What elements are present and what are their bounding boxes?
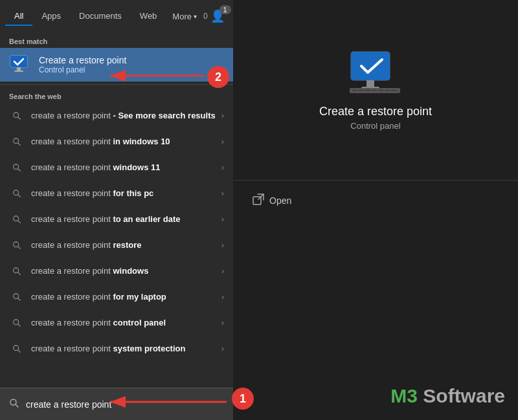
svg-point-24 xyxy=(10,399,16,405)
chevron-down-icon: ▾ xyxy=(194,13,197,20)
app-icon-large xyxy=(350,49,401,94)
web-item-text: create a restore point to an earlier dat… xyxy=(31,214,218,225)
svg-point-12 xyxy=(14,216,19,221)
best-match-label: Best match xyxy=(0,32,233,48)
svg-line-7 xyxy=(18,143,20,145)
web-item[interactable]: create a restore point for my laptop› xyxy=(0,284,233,310)
search-icon-wrap xyxy=(9,315,25,331)
app-detail-subtitle: Control panel xyxy=(350,121,400,131)
svg-point-4 xyxy=(14,113,19,118)
tab-web[interactable]: Web xyxy=(131,7,166,26)
search-icon-wrap xyxy=(9,238,25,253)
chevron-right-icon: › xyxy=(221,293,224,302)
web-item[interactable]: create a restore point control panel› xyxy=(0,310,233,336)
search-glyph-icon xyxy=(12,163,21,172)
web-item-text: create a restore point for this pc xyxy=(31,188,218,199)
web-item[interactable]: create a restore point to an earlier dat… xyxy=(0,206,233,232)
tab-apps[interactable]: Apps xyxy=(32,7,70,26)
svg-rect-36 xyxy=(385,89,390,91)
chevron-right-icon: › xyxy=(221,163,224,172)
svg-line-19 xyxy=(18,298,20,300)
svg-line-15 xyxy=(18,247,20,249)
chevron-right-icon: › xyxy=(221,215,224,224)
search-icon-wrap xyxy=(9,160,25,175)
best-match-text: Create a restore point Control panel xyxy=(39,55,126,74)
svg-point-8 xyxy=(14,164,19,170)
search-glyph-icon xyxy=(12,318,21,327)
section-divider xyxy=(0,84,233,85)
svg-rect-3 xyxy=(14,71,23,72)
svg-line-13 xyxy=(18,221,20,223)
notification-area: 0 👤 1 xyxy=(203,9,225,23)
open-section: Open xyxy=(233,181,518,221)
web-item-text: create a restore point in windows 10 xyxy=(31,136,218,148)
svg-rect-33 xyxy=(365,89,370,91)
svg-rect-34 xyxy=(372,89,377,91)
chevron-right-icon: › xyxy=(221,318,224,327)
web-item-text: create a restore point windows xyxy=(31,265,218,277)
svg-rect-2 xyxy=(17,67,21,71)
search-glyph-icon xyxy=(12,293,21,302)
open-icon xyxy=(253,193,264,208)
web-item[interactable]: create a restore point in windows 10› xyxy=(0,129,233,155)
web-section-label: Search the web xyxy=(0,87,233,103)
alert-count-badge: 1 xyxy=(220,5,231,14)
web-item[interactable]: create a restore point system protection… xyxy=(0,336,233,362)
svg-line-25 xyxy=(16,404,18,407)
best-match-item[interactable]: Create a restore point Control panel xyxy=(0,48,233,82)
search-icon-wrap xyxy=(9,134,25,149)
search-icon-wrap xyxy=(9,263,25,279)
svg-point-18 xyxy=(14,294,19,299)
search-icon-wrap xyxy=(9,341,25,357)
svg-point-22 xyxy=(14,346,19,351)
search-icon-wrap xyxy=(9,186,25,201)
chevron-right-icon: › xyxy=(221,137,224,146)
nav-bar: All Apps Documents Web More ▾ 0 👤 1 ··· … xyxy=(0,0,233,32)
tab-all[interactable]: All xyxy=(5,7,32,26)
web-item-text: create a restore point restore xyxy=(31,239,218,251)
chevron-right-icon: › xyxy=(221,111,224,120)
open-button[interactable]: Open xyxy=(246,190,505,212)
external-link-icon xyxy=(253,193,264,205)
svg-line-21 xyxy=(18,324,20,326)
chevron-right-icon: › xyxy=(221,344,224,353)
search-icon-wrap xyxy=(9,108,25,124)
best-match-subtitle: Control panel xyxy=(39,65,126,74)
tab-documents[interactable]: Documents xyxy=(70,7,131,26)
web-item[interactable]: create a restore point restore› xyxy=(0,232,233,258)
web-item[interactable]: create a restore point - See more search… xyxy=(0,103,233,129)
web-item[interactable]: create a restore point windows 11› xyxy=(0,155,233,181)
svg-line-23 xyxy=(18,350,20,352)
search-bar-icon xyxy=(9,398,19,410)
search-glyph-icon xyxy=(12,241,21,250)
search-input[interactable] xyxy=(26,399,224,410)
svg-line-5 xyxy=(18,117,20,119)
best-match-icon xyxy=(9,53,32,76)
svg-rect-27 xyxy=(351,52,390,80)
web-item-text: create a restore point for my laptop xyxy=(31,291,218,303)
app-detail: Create a restore point Control panel xyxy=(233,0,518,181)
watermark-software: Software xyxy=(418,385,505,406)
tab-more[interactable]: More ▾ xyxy=(166,8,203,25)
more-label: More xyxy=(172,12,192,21)
web-items-container: create a restore point - See more search… xyxy=(0,103,233,362)
web-item[interactable]: create a restore point windows› xyxy=(0,258,233,284)
svg-line-9 xyxy=(18,169,20,171)
chevron-right-icon: › xyxy=(221,189,224,198)
search-glyph-icon xyxy=(12,189,21,198)
svg-rect-28 xyxy=(366,80,374,87)
web-item[interactable]: create a restore point for this pc› xyxy=(0,181,233,206)
search-glyph-icon xyxy=(12,344,21,353)
search-glyph-icon xyxy=(12,111,21,120)
svg-rect-31 xyxy=(352,89,357,91)
open-label: Open xyxy=(269,195,291,206)
watermark-area: M3 Software xyxy=(233,375,518,420)
search-panel: All Apps Documents Web More ▾ 0 👤 1 ··· … xyxy=(0,0,233,420)
monitor-icon xyxy=(9,54,32,75)
web-item-text: create a restore point system protection xyxy=(31,343,218,355)
svg-point-16 xyxy=(14,268,19,273)
large-monitor-icon xyxy=(350,50,401,93)
chevron-right-icon: › xyxy=(221,267,224,276)
right-spacer xyxy=(233,221,518,375)
search-icon xyxy=(9,398,19,408)
